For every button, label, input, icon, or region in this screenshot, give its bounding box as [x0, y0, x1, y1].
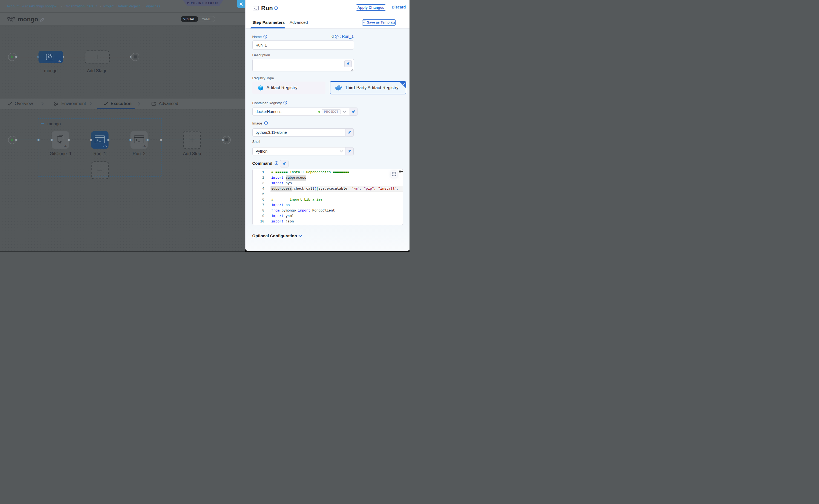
svg-text:</>: </>: [143, 145, 146, 148]
svg-text:</>: </>: [64, 145, 67, 148]
svg-text:</>: </>: [103, 145, 107, 148]
svg-text:mongo: mongo: [47, 121, 61, 126]
svg-text:</>: </>: [58, 60, 61, 63]
